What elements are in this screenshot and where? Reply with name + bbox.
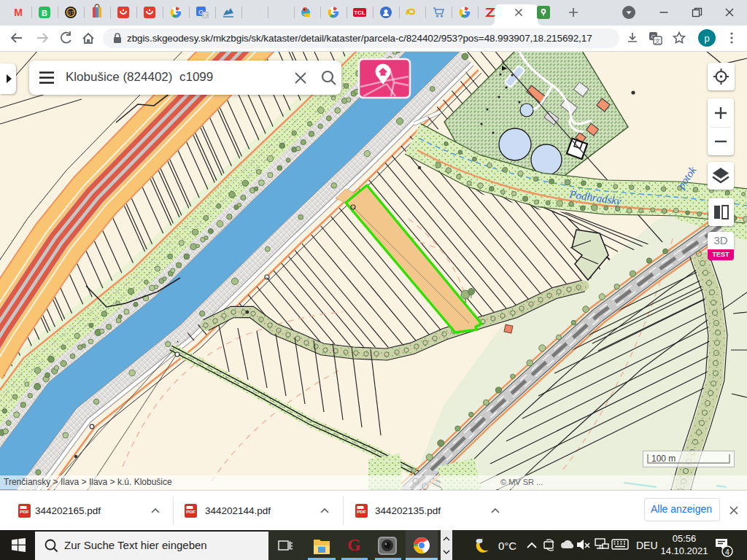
- svg-text:GT: GT: [67, 10, 74, 15]
- svg-text:文: 文: [203, 12, 209, 18]
- svg-text:文: 文: [655, 38, 661, 44]
- svg-text:Zur Suche Text hier eingeben: Zur Suche Text hier eingeben: [64, 539, 207, 551]
- svg-text:14.10.2021: 14.10.2021: [660, 545, 708, 556]
- svg-text:M: M: [14, 7, 23, 18]
- svg-text:4: 4: [725, 548, 729, 556]
- svg-text:TCL: TCL: [354, 9, 365, 16]
- svg-text:0°C: 0°C: [498, 540, 516, 552]
- svg-text:PDF: PDF: [186, 509, 196, 514]
- svg-text:PDF: PDF: [20, 509, 29, 514]
- svg-text:G: G: [347, 535, 361, 554]
- svg-text:B: B: [42, 9, 47, 18]
- svg-text:05:56: 05:56: [673, 533, 697, 544]
- svg-text:DEU: DEU: [636, 540, 658, 551]
- svg-text:PDF: PDF: [357, 509, 366, 514]
- svg-text:zbgis.skgeodesy.sk/mkzbgis/sk/: zbgis.skgeodesy.sk/mkzbgis/sk/kataster/d…: [127, 33, 592, 44]
- svg-text:100 m: 100 m: [651, 454, 676, 464]
- svg-text:p: p: [704, 33, 709, 44]
